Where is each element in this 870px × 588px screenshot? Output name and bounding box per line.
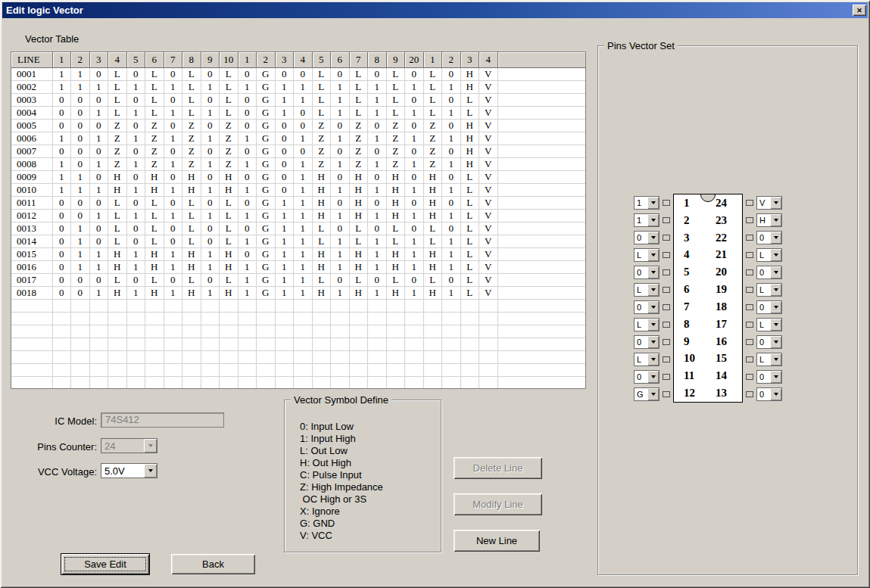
line-cell[interactable]: 0018: [11, 286, 52, 299]
grid-cell[interactable]: L: [145, 106, 164, 119]
grid-cell[interactable]: H: [108, 260, 127, 273]
grid-cell[interactable]: Z: [423, 119, 442, 132]
pin-combo-right[interactable]: 0: [756, 370, 782, 384]
grid-cell[interactable]: L: [349, 93, 368, 106]
grid-cell[interactable]: L: [145, 196, 164, 209]
grid-cell[interactable]: 1: [71, 170, 90, 183]
grid-cell[interactable]: L: [460, 286, 479, 299]
grid-cell[interactable]: 1: [71, 67, 90, 80]
grid-cell[interactable]: 0: [201, 67, 220, 80]
grid-cell[interactable]: Z: [423, 145, 442, 157]
grid-cell[interactable]: L: [220, 67, 239, 80]
pin-combo-left[interactable]: G: [634, 387, 660, 401]
grid-cell[interactable]: Z: [386, 132, 405, 145]
grid-cell[interactable]: 1: [201, 106, 220, 119]
line-cell[interactable]: 0008: [11, 157, 52, 170]
chevron-down-icon[interactable]: [647, 266, 659, 278]
grid-cell[interactable]: 1: [71, 222, 90, 235]
grid-cell[interactable]: L: [386, 67, 405, 80]
grid-cell[interactable]: 0: [368, 273, 387, 286]
grid-cell[interactable]: 0: [126, 119, 145, 132]
grid-cell[interactable]: 0: [275, 157, 294, 170]
grid-cell[interactable]: 1: [368, 235, 387, 247]
grid-cell[interactable]: 0: [126, 273, 145, 286]
grid-cell[interactable]: 1: [331, 235, 350, 247]
grid-cell[interactable]: L: [386, 222, 405, 235]
grid-cell[interactable]: 0: [71, 273, 90, 286]
grid-cell[interactable]: L: [182, 67, 201, 80]
grid-cell[interactable]: L: [108, 273, 127, 286]
grid-cell[interactable]: G: [257, 80, 276, 93]
grid-cell[interactable]: 0: [442, 145, 461, 157]
grid-cell[interactable]: L: [460, 222, 479, 235]
grid-cell[interactable]: G: [257, 247, 276, 260]
grid-cell[interactable]: 1: [275, 247, 294, 260]
grid-cell[interactable]: 0: [294, 67, 313, 80]
grid-cell[interactable]: 0: [89, 170, 108, 183]
grid-cell[interactable]: H: [145, 260, 164, 273]
chevron-down-icon[interactable]: [144, 439, 157, 453]
grid-cell[interactable]: 1: [405, 260, 424, 273]
grid-cell[interactable]: H: [312, 183, 331, 196]
grid-cell[interactable]: G: [257, 145, 276, 157]
grid-cell[interactable]: L: [423, 80, 442, 93]
grid-cell[interactable]: 0: [89, 222, 108, 235]
table-row[interactable]: 0018001H1H1H1H1G11H1H1H1H1LV: [11, 286, 585, 299]
grid-cell[interactable]: 0: [52, 235, 71, 247]
grid-cell[interactable]: L: [423, 222, 442, 235]
grid-cell[interactable]: 0: [52, 145, 71, 157]
grid-cell[interactable]: Z: [312, 132, 331, 145]
grid-cell[interactable]: 0: [89, 145, 108, 157]
grid-cell[interactable]: H: [312, 170, 331, 183]
grid-cell[interactable]: 0: [294, 145, 313, 157]
pin-combo-left[interactable]: 0: [634, 231, 660, 244]
grid-cell[interactable]: 1: [126, 80, 145, 93]
grid-cell[interactable]: 1: [294, 80, 313, 93]
table-row[interactable]: 0001110L0L0L0L0G00L0L0L0L0HV: [11, 67, 585, 80]
grid-cell[interactable]: H: [460, 145, 479, 157]
grid-cell[interactable]: H: [386, 286, 405, 299]
ic-model-field[interactable]: 74S412: [101, 412, 224, 428]
grid-cell[interactable]: L: [182, 222, 201, 235]
grid-cell[interactable]: V: [479, 235, 498, 247]
grid-cell[interactable]: 1: [442, 80, 461, 93]
grid-cell[interactable]: L: [423, 235, 442, 247]
grid-cell[interactable]: L: [108, 196, 127, 209]
grid-cell[interactable]: 1: [275, 196, 294, 209]
line-cell[interactable]: 0003: [11, 93, 52, 106]
grid-cell[interactable]: Z: [312, 119, 331, 132]
grid-cell[interactable]: H: [349, 286, 368, 299]
grid-cell[interactable]: 1: [275, 93, 294, 106]
grid-cell[interactable]: 1: [294, 247, 313, 260]
grid-cell[interactable]: 1: [52, 67, 71, 80]
line-cell[interactable]: 0015: [11, 247, 52, 260]
pin-combo-right[interactable]: L: [756, 318, 782, 331]
grid-cell[interactable]: 1: [238, 273, 257, 286]
delete-line-button[interactable]: Delete Line: [454, 457, 542, 479]
grid-cell[interactable]: 0: [238, 170, 257, 183]
grid-cell[interactable]: 1: [275, 222, 294, 235]
grid-cell[interactable]: 0: [275, 67, 294, 80]
grid-cell[interactable]: H: [349, 170, 368, 183]
grid-cell[interactable]: 1: [442, 106, 461, 119]
grid-cell[interactable]: L: [220, 80, 239, 93]
grid-cell[interactable]: 0: [275, 132, 294, 145]
grid-cell[interactable]: H: [349, 260, 368, 273]
grid-cell[interactable]: L: [312, 80, 331, 93]
grid-cell[interactable]: 1: [126, 106, 145, 119]
grid-cell[interactable]: 0: [52, 286, 71, 299]
grid-cell[interactable]: 0: [164, 273, 182, 286]
grid-cell[interactable]: L: [312, 93, 331, 106]
grid-cell[interactable]: 0: [126, 67, 145, 80]
modify-line-button[interactable]: Modify Line: [454, 493, 542, 515]
grid-cell[interactable]: 0: [201, 145, 220, 157]
grid-cell[interactable]: 1: [368, 209, 387, 222]
chevron-down-icon[interactable]: [647, 301, 659, 313]
grid-cell[interactable]: 0: [238, 106, 257, 119]
grid-cell[interactable]: Z: [108, 145, 127, 157]
grid-cell[interactable]: 0: [52, 222, 71, 235]
table-row[interactable]: 0007000Z0Z0Z0Z0G00Z0Z0Z0Z0HV: [11, 145, 585, 157]
grid-cell[interactable]: 1: [405, 157, 424, 170]
grid-cell[interactable]: H: [460, 67, 479, 80]
vector-grid[interactable]: LINE123456789101234567892012340001110L0L…: [11, 52, 585, 389]
